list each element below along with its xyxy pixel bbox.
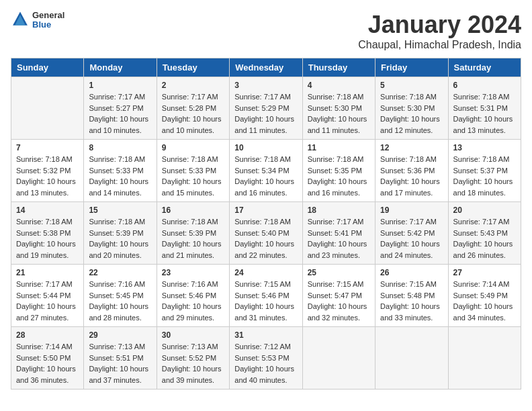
day-info: Sunrise: 7:14 AM Sunset: 5:50 PM Dayligh… [16, 341, 79, 385]
day-cell: 9Sunrise: 7:18 AM Sunset: 5:33 PM Daylig… [157, 140, 229, 202]
day-number: 21 [16, 268, 79, 277]
day-cell: 8Sunrise: 7:18 AM Sunset: 5:33 PM Daylig… [84, 140, 157, 202]
week-row-2: 7Sunrise: 7:18 AM Sunset: 5:32 PM Daylig… [11, 140, 521, 202]
day-cell [448, 327, 521, 390]
day-number: 2 [162, 81, 224, 90]
day-info: Sunrise: 7:16 AM Sunset: 5:45 PM Dayligh… [89, 279, 151, 323]
day-cell: 25Sunrise: 7:15 AM Sunset: 5:47 PM Dayli… [302, 265, 375, 327]
day-cell: 11Sunrise: 7:18 AM Sunset: 5:35 PM Dayli… [302, 140, 375, 202]
day-cell: 14Sunrise: 7:18 AM Sunset: 5:38 PM Dayli… [11, 202, 84, 265]
day-number: 12 [380, 143, 443, 152]
day-info: Sunrise: 7:18 AM Sunset: 5:40 PM Dayligh… [234, 216, 297, 261]
calendar-header-row: SundayMondayTuesdayWednesdayThursdayFrid… [11, 58, 521, 77]
day-cell: 1Sunrise: 7:17 AM Sunset: 5:27 PM Daylig… [84, 77, 157, 140]
day-info: Sunrise: 7:17 AM Sunset: 5:28 PM Dayligh… [162, 91, 224, 136]
day-cell: 3Sunrise: 7:17 AM Sunset: 5:29 PM Daylig… [230, 77, 302, 140]
day-number: 16 [162, 205, 224, 215]
day-number: 19 [380, 205, 443, 215]
day-cell: 19Sunrise: 7:17 AM Sunset: 5:42 PM Dayli… [375, 202, 448, 265]
day-cell: 6Sunrise: 7:18 AM Sunset: 5:31 PM Daylig… [448, 77, 521, 140]
day-cell: 2Sunrise: 7:17 AM Sunset: 5:28 PM Daylig… [157, 77, 229, 140]
day-cell [11, 77, 84, 140]
day-number: 25 [308, 268, 370, 277]
day-info: Sunrise: 7:13 AM Sunset: 5:51 PM Dayligh… [89, 341, 151, 385]
title-area: January 2024 Chaupal, Himachal Pradesh, … [358, 11, 521, 51]
day-cell: 16Sunrise: 7:18 AM Sunset: 5:39 PM Dayli… [157, 202, 229, 265]
day-cell: 31Sunrise: 7:12 AM Sunset: 5:53 PM Dayli… [230, 327, 302, 390]
day-info: Sunrise: 7:18 AM Sunset: 5:32 PM Dayligh… [16, 154, 79, 198]
day-cell: 7Sunrise: 7:18 AM Sunset: 5:32 PM Daylig… [11, 140, 84, 202]
header-thursday: Thursday [302, 58, 375, 77]
day-number: 26 [380, 268, 443, 277]
day-number: 17 [234, 205, 297, 215]
header-wednesday: Wednesday [230, 58, 302, 77]
logo-icon [11, 11, 30, 30]
logo: General Blue [11, 11, 64, 30]
header-tuesday: Tuesday [157, 58, 229, 77]
day-number: 8 [89, 143, 151, 152]
day-number: 31 [234, 330, 297, 340]
day-info: Sunrise: 7:12 AM Sunset: 5:53 PM Dayligh… [234, 341, 297, 385]
day-cell: 24Sunrise: 7:15 AM Sunset: 5:46 PM Dayli… [230, 265, 302, 327]
day-cell: 30Sunrise: 7:13 AM Sunset: 5:52 PM Dayli… [157, 327, 229, 390]
location-title: Chaupal, Himachal Pradesh, India [358, 39, 521, 51]
day-number: 28 [16, 330, 79, 340]
day-cell: 22Sunrise: 7:16 AM Sunset: 5:45 PM Dayli… [84, 265, 157, 327]
day-info: Sunrise: 7:18 AM Sunset: 5:31 PM Dayligh… [453, 91, 516, 136]
day-info: Sunrise: 7:17 AM Sunset: 5:42 PM Dayligh… [380, 216, 443, 261]
day-info: Sunrise: 7:15 AM Sunset: 5:48 PM Dayligh… [380, 279, 443, 323]
day-number: 13 [453, 143, 516, 152]
day-cell: 27Sunrise: 7:14 AM Sunset: 5:49 PM Dayli… [448, 265, 521, 327]
day-number: 3 [234, 81, 297, 90]
day-cell: 18Sunrise: 7:17 AM Sunset: 5:41 PM Dayli… [302, 202, 375, 265]
day-number: 14 [16, 205, 79, 215]
day-info: Sunrise: 7:18 AM Sunset: 5:33 PM Dayligh… [89, 154, 151, 198]
day-info: Sunrise: 7:18 AM Sunset: 5:37 PM Dayligh… [453, 154, 516, 198]
day-number: 9 [162, 143, 224, 152]
day-info: Sunrise: 7:17 AM Sunset: 5:44 PM Dayligh… [16, 279, 79, 323]
day-cell: 21Sunrise: 7:17 AM Sunset: 5:44 PM Dayli… [11, 265, 84, 327]
day-number: 20 [453, 205, 516, 215]
day-cell: 12Sunrise: 7:18 AM Sunset: 5:36 PM Dayli… [375, 140, 448, 202]
day-info: Sunrise: 7:17 AM Sunset: 5:29 PM Dayligh… [234, 91, 297, 136]
day-number: 24 [234, 268, 297, 277]
day-info: Sunrise: 7:15 AM Sunset: 5:46 PM Dayligh… [234, 279, 297, 323]
header-sunday: Sunday [11, 58, 84, 77]
day-number: 22 [89, 268, 151, 277]
logo-general: General [32, 11, 64, 20]
day-cell: 23Sunrise: 7:16 AM Sunset: 5:46 PM Dayli… [157, 265, 229, 327]
day-info: Sunrise: 7:18 AM Sunset: 5:39 PM Dayligh… [89, 216, 151, 261]
day-cell: 28Sunrise: 7:14 AM Sunset: 5:50 PM Dayli… [11, 327, 84, 390]
day-info: Sunrise: 7:18 AM Sunset: 5:35 PM Dayligh… [308, 154, 370, 198]
logo-text: General Blue [32, 11, 64, 30]
header-friday: Friday [375, 58, 448, 77]
day-number: 18 [308, 205, 370, 215]
day-info: Sunrise: 7:17 AM Sunset: 5:27 PM Dayligh… [89, 91, 151, 136]
day-number: 7 [16, 143, 79, 152]
week-row-3: 14Sunrise: 7:18 AM Sunset: 5:38 PM Dayli… [11, 202, 521, 265]
calendar-table: SundayMondayTuesdayWednesdayThursdayFrid… [11, 58, 521, 390]
week-row-4: 21Sunrise: 7:17 AM Sunset: 5:44 PM Dayli… [11, 265, 521, 327]
day-cell: 4Sunrise: 7:18 AM Sunset: 5:30 PM Daylig… [302, 77, 375, 140]
day-cell: 13Sunrise: 7:18 AM Sunset: 5:37 PM Dayli… [448, 140, 521, 202]
day-cell: 15Sunrise: 7:18 AM Sunset: 5:39 PM Dayli… [84, 202, 157, 265]
day-cell: 17Sunrise: 7:18 AM Sunset: 5:40 PM Dayli… [230, 202, 302, 265]
day-number: 23 [162, 268, 224, 277]
day-cell: 26Sunrise: 7:15 AM Sunset: 5:48 PM Dayli… [375, 265, 448, 327]
day-info: Sunrise: 7:17 AM Sunset: 5:41 PM Dayligh… [308, 216, 370, 261]
day-info: Sunrise: 7:15 AM Sunset: 5:47 PM Dayligh… [308, 279, 370, 323]
day-number: 1 [89, 81, 151, 90]
day-cell: 20Sunrise: 7:17 AM Sunset: 5:43 PM Dayli… [448, 202, 521, 265]
day-cell [375, 327, 448, 390]
day-number: 15 [89, 205, 151, 215]
day-info: Sunrise: 7:18 AM Sunset: 5:30 PM Dayligh… [308, 91, 370, 136]
day-number: 30 [162, 330, 224, 340]
day-number: 5 [380, 81, 443, 90]
day-info: Sunrise: 7:18 AM Sunset: 5:34 PM Dayligh… [234, 154, 297, 198]
day-info: Sunrise: 7:18 AM Sunset: 5:39 PM Dayligh… [162, 216, 224, 261]
day-info: Sunrise: 7:18 AM Sunset: 5:30 PM Dayligh… [380, 91, 443, 136]
day-info: Sunrise: 7:18 AM Sunset: 5:33 PM Dayligh… [162, 154, 224, 198]
day-number: 6 [453, 81, 516, 90]
month-title: January 2024 [358, 11, 521, 39]
logo-blue: Blue [32, 20, 64, 30]
